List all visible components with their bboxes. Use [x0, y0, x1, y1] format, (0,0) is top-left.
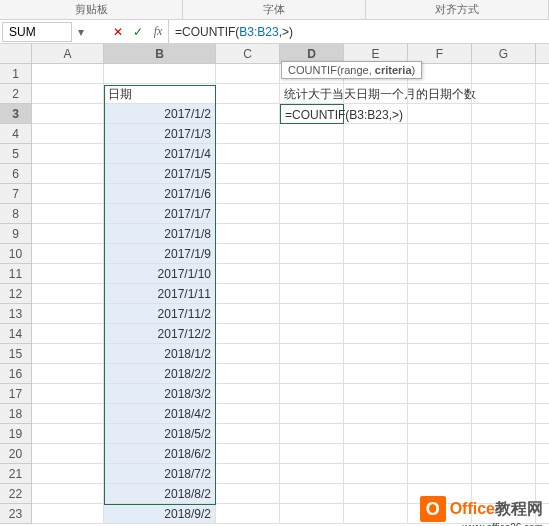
cell-A21[interactable]: [32, 464, 104, 484]
cell-F7[interactable]: [408, 184, 472, 204]
cell-E16[interactable]: [344, 364, 408, 384]
cell-A13[interactable]: [32, 304, 104, 324]
cell-G14[interactable]: [472, 324, 536, 344]
cell-G3[interactable]: [472, 104, 536, 124]
cell-B19[interactable]: 2018/5/2: [104, 424, 216, 444]
cell-D9[interactable]: [280, 224, 344, 244]
cell-A8[interactable]: [32, 204, 104, 224]
cell-C15[interactable]: [216, 344, 280, 364]
cell-B1[interactable]: [104, 64, 216, 84]
col-head-B[interactable]: B: [104, 44, 216, 64]
cell-A10[interactable]: [32, 244, 104, 264]
cell-F3[interactable]: [408, 104, 472, 124]
cell-B10[interactable]: 2017/1/9: [104, 244, 216, 264]
cell-B14[interactable]: 2017/12/2: [104, 324, 216, 344]
cell-G5[interactable]: [472, 144, 536, 164]
cell-B11[interactable]: 2017/1/10: [104, 264, 216, 284]
cell-F21[interactable]: [408, 464, 472, 484]
cell-G20[interactable]: [472, 444, 536, 464]
cell-G1[interactable]: [472, 64, 536, 84]
cell-D10[interactable]: [280, 244, 344, 264]
cell-A18[interactable]: [32, 404, 104, 424]
cell-G11[interactable]: [472, 264, 536, 284]
cell-B15[interactable]: 2018/1/2: [104, 344, 216, 364]
cell-A11[interactable]: [32, 264, 104, 284]
row-head-4[interactable]: 4: [0, 124, 32, 144]
col-head-C[interactable]: C: [216, 44, 280, 64]
cell-C19[interactable]: [216, 424, 280, 444]
row-head-17[interactable]: 17: [0, 384, 32, 404]
cell-C10[interactable]: [216, 244, 280, 264]
cell-F11[interactable]: [408, 264, 472, 284]
row-head-5[interactable]: 5: [0, 144, 32, 164]
name-box[interactable]: SUM: [2, 22, 72, 42]
select-all-corner[interactable]: [0, 44, 32, 64]
cell-E18[interactable]: [344, 404, 408, 424]
cell-B9[interactable]: 2017/1/8: [104, 224, 216, 244]
cell-C8[interactable]: [216, 204, 280, 224]
cell-F14[interactable]: [408, 324, 472, 344]
cell-D21[interactable]: [280, 464, 344, 484]
row-head-15[interactable]: 15: [0, 344, 32, 364]
cell-C6[interactable]: [216, 164, 280, 184]
cell-A5[interactable]: [32, 144, 104, 164]
cell-D13[interactable]: [280, 304, 344, 324]
cell-A23[interactable]: [32, 504, 104, 524]
cell-C22[interactable]: [216, 484, 280, 504]
cell-A7[interactable]: [32, 184, 104, 204]
cell-A4[interactable]: [32, 124, 104, 144]
cell-E15[interactable]: [344, 344, 408, 364]
cell-E20[interactable]: [344, 444, 408, 464]
cell-F10[interactable]: [408, 244, 472, 264]
cell-D17[interactable]: [280, 384, 344, 404]
cell-C2[interactable]: [216, 84, 280, 104]
row-head-19[interactable]: 19: [0, 424, 32, 444]
cell-D14[interactable]: [280, 324, 344, 344]
row-head-14[interactable]: 14: [0, 324, 32, 344]
cell-C7[interactable]: [216, 184, 280, 204]
cell-A14[interactable]: [32, 324, 104, 344]
row-head-9[interactable]: 9: [0, 224, 32, 244]
cell-B13[interactable]: 2017/11/2: [104, 304, 216, 324]
cell-A22[interactable]: [32, 484, 104, 504]
cell-B12[interactable]: 2017/1/11: [104, 284, 216, 304]
cell-B17[interactable]: 2018/3/2: [104, 384, 216, 404]
cell-B6[interactable]: 2017/1/5: [104, 164, 216, 184]
row-head-7[interactable]: 7: [0, 184, 32, 204]
cell-A3[interactable]: [32, 104, 104, 124]
row-head-16[interactable]: 16: [0, 364, 32, 384]
accept-formula-button[interactable]: ✓: [128, 25, 148, 39]
cell-G10[interactable]: [472, 244, 536, 264]
cell-C5[interactable]: [216, 144, 280, 164]
cell-G8[interactable]: [472, 204, 536, 224]
cell-A1[interactable]: [32, 64, 104, 84]
row-head-23[interactable]: 23: [0, 504, 32, 524]
cell-B20[interactable]: 2018/6/2: [104, 444, 216, 464]
cell-E22[interactable]: [344, 484, 408, 504]
cell-D11[interactable]: [280, 264, 344, 284]
cell-A19[interactable]: [32, 424, 104, 444]
cell-B21[interactable]: 2018/7/2: [104, 464, 216, 484]
cell-E11[interactable]: [344, 264, 408, 284]
cell-A12[interactable]: [32, 284, 104, 304]
cell-A16[interactable]: [32, 364, 104, 384]
spreadsheet-grid[interactable]: ABCDEFG12日期统计大于当天日期一个月的日期个数32017/1/2=COU…: [0, 44, 549, 524]
cell-C3[interactable]: [216, 104, 280, 124]
formula-bar[interactable]: =COUNTIF(B3:B23,>): [168, 20, 549, 43]
cell-E12[interactable]: [344, 284, 408, 304]
cell-B2[interactable]: 日期: [104, 84, 216, 104]
cell-B16[interactable]: 2018/2/2: [104, 364, 216, 384]
cell-C20[interactable]: [216, 444, 280, 464]
cell-B3[interactable]: 2017/1/2: [104, 104, 216, 124]
cell-A9[interactable]: [32, 224, 104, 244]
cell-E8[interactable]: [344, 204, 408, 224]
cell-B18[interactable]: 2018/4/2: [104, 404, 216, 424]
cell-F15[interactable]: [408, 344, 472, 364]
cell-B8[interactable]: 2017/1/7: [104, 204, 216, 224]
cell-C12[interactable]: [216, 284, 280, 304]
cell-F2[interactable]: [408, 84, 472, 104]
cell-F20[interactable]: [408, 444, 472, 464]
cell-D7[interactable]: [280, 184, 344, 204]
row-head-6[interactable]: 6: [0, 164, 32, 184]
cell-F16[interactable]: [408, 364, 472, 384]
